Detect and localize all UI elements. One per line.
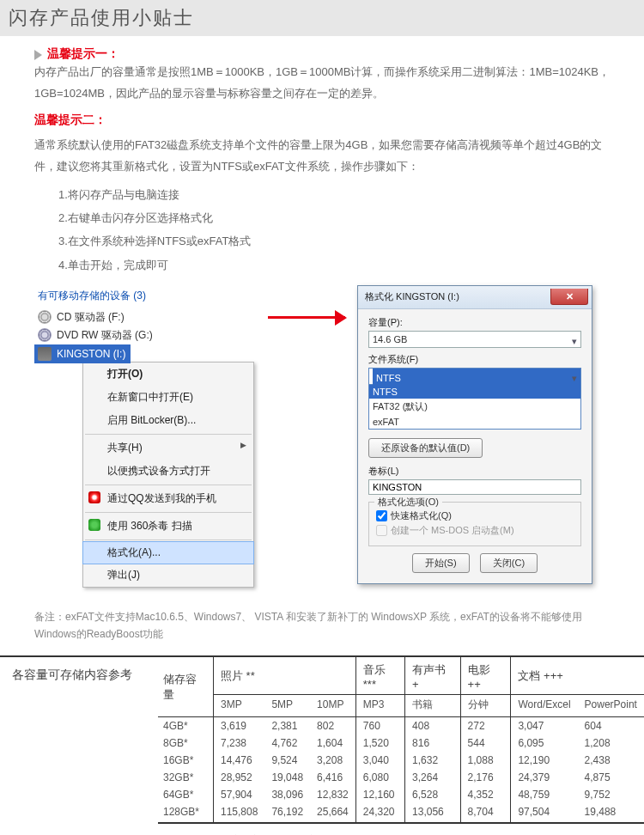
drive-cd[interactable]: CD 驱动器 (F:) xyxy=(34,308,256,326)
tip1-body: 内存产品出厂的容量通常是按照1MB＝1000KB，1GB＝1000MB计算，而操… xyxy=(34,62,618,104)
close-button[interactable]: 关闭(C) xyxy=(480,553,538,573)
tip2-heading: 温馨提示二： xyxy=(34,113,618,128)
context-menu: 打开(O) 在新窗口中打开(E) 启用 BitLocker(B)... 共享(H… xyxy=(82,362,254,588)
close-icon[interactable]: ✕ xyxy=(550,289,588,305)
filesystem-dropdown: NTFS FAT32 (默认) exFAT xyxy=(368,385,581,430)
usb-icon xyxy=(38,347,52,361)
dvd-icon xyxy=(38,328,52,342)
format-options-legend: 格式化选项(O) xyxy=(374,496,442,509)
ctx-portable[interactable]: 以便携式设备方式打开 xyxy=(83,460,253,483)
volume-label: 卷标(L) xyxy=(368,465,581,478)
quick-format-checkbox[interactable]: 快速格式化(Q) xyxy=(376,509,574,522)
filesystem-select[interactable]: NTFS xyxy=(368,368,581,385)
ctx-format[interactable]: 格式化(A)... xyxy=(83,542,253,564)
ctx-open[interactable]: 打开(O) xyxy=(83,363,253,386)
cd-icon xyxy=(38,310,52,324)
volume-input[interactable] xyxy=(368,479,581,495)
drive-usb-selected[interactable]: KINGSTON (I:) xyxy=(34,344,256,363)
ctx-newwin[interactable]: 在新窗口中打开(E) xyxy=(83,386,253,409)
drive-dvd[interactable]: DVD RW 驱动器 (G:) xyxy=(34,326,256,344)
capacity-select[interactable]: 14.6 GB xyxy=(368,331,581,348)
capacity-label: 容量(P): xyxy=(368,316,581,329)
dialog-title: 格式化 KINGSTON (I:) xyxy=(365,290,459,303)
ctx-qq[interactable]: 通过QQ发送到我的手机 xyxy=(83,487,253,510)
page-title: 闪存产品使用小贴士 xyxy=(0,0,644,36)
ctx-360[interactable]: 使用 360杀毒 扫描 xyxy=(83,515,253,538)
format-options-group: 格式化选项(O) 快速格式化(Q) 创建一个 MS-DOS 启动盘(M) xyxy=(368,502,581,546)
explorer-heading: 有可移动存储的设备 (3) xyxy=(38,289,256,303)
start-button[interactable]: 开始(S) xyxy=(412,553,470,573)
note-text: 备注：exFAT文件支持Mac10.6.5、Windows7、 VISTA 和安… xyxy=(0,608,644,643)
fs-option-fat32[interactable]: FAT32 (默认) xyxy=(369,399,580,415)
restore-defaults-button[interactable]: 还原设备的默认值(D) xyxy=(368,438,483,458)
tip2-body: 通常系统默认使用的FAT32磁盘系统支持单个文件的容量上限为4GB，如果您需要存… xyxy=(34,135,618,177)
steps-list: 1.将闪存产品与电脑连接 2.右键单击闪存分区选择格式化 3.在文件系统种选择N… xyxy=(58,183,618,277)
triangle-icon xyxy=(34,50,42,60)
capacity-table: 储存容量 照片 ** 音乐*** 有声书 + 电影 ++ 文档 +++ 3MP5… xyxy=(158,657,644,824)
ctx-share[interactable]: 共享(H) xyxy=(83,436,253,460)
fs-option-exfat[interactable]: exFAT xyxy=(369,415,580,429)
format-dialog: 格式化 KINGSTON (I:) ✕ 容量(P): 14.6 GB 文件系统(… xyxy=(357,285,592,584)
msdos-checkbox: 创建一个 MS-DOS 启动盘(M) xyxy=(376,524,574,537)
ctx-eject[interactable]: 弹出(J) xyxy=(83,564,253,587)
explorer-panel: 有可移动存储的设备 (3) CD 驱动器 (F:) DVD RW 驱动器 (G:… xyxy=(34,285,256,588)
table-section-label: 各容量可存储内容参考 xyxy=(0,657,158,824)
fineprint: 资料来源：金士顿实验室测试结果，实际情况可能有所差异。 （MP= 百万像素，MB… xyxy=(0,829,644,835)
arrow-icon xyxy=(268,285,345,319)
ctx-bitlocker[interactable]: 启用 BitLocker(B)... xyxy=(83,409,253,432)
tip1-heading: 温馨提示一： xyxy=(34,46,618,62)
filesystem-label: 文件系统(F) xyxy=(368,353,581,366)
dialog-titlebar: 格式化 KINGSTON (I:) ✕ xyxy=(358,286,592,309)
